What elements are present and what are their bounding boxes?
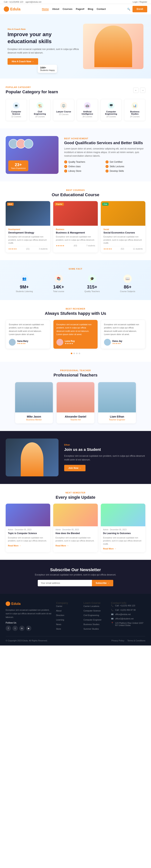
social-youtube[interactable]: ▶ [26,626,31,631]
read-more-2[interactable]: Read More → [55,545,69,547]
nav-home[interactable]: Home [42,7,49,11]
footer-col-title-company: Company [56,601,79,604]
footer-link-biz-studies[interactable]: Business Studies [83,623,99,625]
course-stars-1: ★★★★★ [8,248,17,250]
nav-courses[interactable]: Courses [63,7,73,11]
check-icon-2: ✓ [106,160,109,163]
footer-about-col: Edula Excepteur sint occaecat cupidatat … [6,601,51,632]
category-name-law: Lawyer Course [55,111,72,113]
dot-1[interactable] [71,353,72,354]
blog-tag: Next Semester [6,492,145,494]
newsletter-submit-button[interactable]: Subscribe → [92,580,113,586]
login-register-link[interactable]: Login / Register [133,1,147,3]
dark-title: Join us as a Student [64,447,145,452]
stat-label-courses: Total course [53,290,64,292]
footer-link-news[interactable]: News [56,623,61,625]
category-item-biz[interactable]: 📊 Business Studies 24 Courses [124,99,145,121]
next-arrow[interactable]: → [140,88,145,93]
brand[interactable]: Edula [4,6,21,12]
newsletter-section: Subscribe Our Newsletter Excepteur sint … [0,560,151,594]
search-icon[interactable]: 🔍 [127,8,130,10]
nav-blog[interactable]: Blog [88,7,93,11]
course-rating-num-1: (21) [26,248,30,250]
category-icon-biz: 📊 [131,102,138,109]
blog-date-1: December 05, 2023 [15,529,31,531]
dot-4[interactable] [79,353,80,354]
testimonials-grid: Excepteur sint occaecat cupidatat non pr… [6,320,145,349]
course-rating-num-2: (63) [74,245,77,247]
phone-icon-1: 📞 [111,604,114,607]
feature-label-5: Library Store [68,170,81,172]
brand-name: Edula [10,7,21,11]
feature-label-3: Online class [68,165,81,168]
read-more-3[interactable]: Read More → [103,548,116,550]
testimonial-1: Excepteur sint occaecat cupidatat non pr… [6,320,50,349]
stats-grid: 👥 9M+ Students Listening 📚 14K+ Total co… [6,275,145,292]
qualification-section: 23+ Years Experience Best Achievement Go… [0,128,151,181]
category-title: Popular Category for learn [6,90,58,94]
stat-num-students: 9M+ [16,284,33,290]
qual-image: 23+ Years Experience [6,136,59,174]
stat-label-subjects: Course Subjects [120,290,135,292]
blog-desc-1: Excepteur sint occaecat cupidatat non pr… [8,536,48,542]
enroll-button[interactable]: Enroll [133,6,147,12]
course-meta-1: ★★★★★ (21) 3 students [8,246,47,250]
terms-link[interactable]: Terms & Conditions [127,640,145,642]
qual-tag: Best Achievement [64,137,145,140]
teachers-section: Professional Teacher Professional Teache… [0,362,151,431]
social-facebook[interactable]: f [6,626,11,631]
newsletter-email-input[interactable] [38,580,92,586]
category-item-cs[interactable]: 💻 Computer Science 22 Courses [6,99,27,121]
phone-icon-2: 📞 [111,609,114,611]
nav-about[interactable]: About [52,7,59,11]
category-count-ce: 18 Courses [32,116,48,118]
blog-image-2 [53,504,98,526]
dot-2[interactable] [73,353,75,354]
testimonial-dots [6,353,145,354]
prev-arrow[interactable]: ← [133,88,139,93]
category-item-ce[interactable]: 🏗️ Civil Engineering 18 Courses [30,99,50,121]
footer-bottom: © Copyright 2023 Edula. All Rights Reser… [6,640,145,642]
footer-link-comp-sci[interactable]: Computer Science [83,610,101,612]
footer-col-title-contact: Contact Info [111,601,145,604]
footer-contact-col: Contact Info 📞 Call: +1(123) 456 123 📞 C… [111,601,145,632]
footer-link-comp-eng[interactable]: Computer Engineer [83,619,101,621]
category-name-ai: Artificial Intelligence [79,111,96,115]
blog-body-1: Admin December 05, 2023 Topic is Compute… [6,526,50,549]
brand-icon [4,6,9,12]
course-body-3: Social Social Economics Courses Excepteu… [101,226,145,253]
blog-image-1 [6,504,50,526]
read-more-1[interactable]: Read More → [8,545,21,547]
course-title-1: Development Strategy [8,231,47,234]
stat-icon-students: 👥 [20,275,29,283]
category-item-compeng[interactable]: 🖥️ Computer Engineering 19 Courses [101,99,122,121]
topbar-right[interactable]: Login / Register [133,1,147,3]
footer-link-summer[interactable]: Summer Studies [83,628,99,630]
testimonial-avatar-1 [9,339,16,346]
dark-cta-section: Ethan Join us as a Student Excepteur sin… [0,431,151,484]
footer-link-learning[interactable]: Learning [56,619,64,621]
course-image-1: Best [6,201,50,226]
course-image-3: Free [101,201,145,226]
footer-link-civil-eng[interactable]: Civil Engineering [83,614,99,616]
social-twitter[interactable]: t [12,626,18,631]
dark-cta-button[interactable]: Join Now → [64,465,85,471]
nav-contact[interactable]: Contact [97,7,106,11]
footer-phone-2: 📞 Call: +1(23) 456 87 90 [111,609,145,611]
dot-3[interactable] [76,353,78,354]
hire-coach-button[interactable]: Hire A Coach Now → [7,58,38,65]
blog-card-3: Admin December 05, 2023 Do Learning to O… [101,504,145,552]
footer-link-direction[interactable]: Direction [56,614,64,616]
blog-card-1: Admin December 05, 2023 Topic is Compute… [6,504,50,552]
footer-follow-label: Follow Us [6,621,51,624]
footer-link-about[interactable]: About [56,610,62,612]
privacy-policy-link[interactable]: Privacy Policy [111,640,124,642]
category-item-law[interactable]: ⚖️ Lawyer Course 15 Courses [53,99,74,121]
category-item-ai[interactable]: 🤖 Artificial Intelligence 28 Courses [77,99,98,121]
social-linkedin[interactable]: in [19,626,25,631]
testimonial-author-2: Lana Ray ★★★★★ [56,339,95,346]
footer-link-store[interactable]: Store [56,628,61,630]
nav-pages[interactable]: Pages▾ [76,7,84,11]
footer-link-carrier[interactable]: Carrier [56,605,63,607]
footer-link-carrier-loc[interactable]: Carrier Locations [83,605,99,607]
